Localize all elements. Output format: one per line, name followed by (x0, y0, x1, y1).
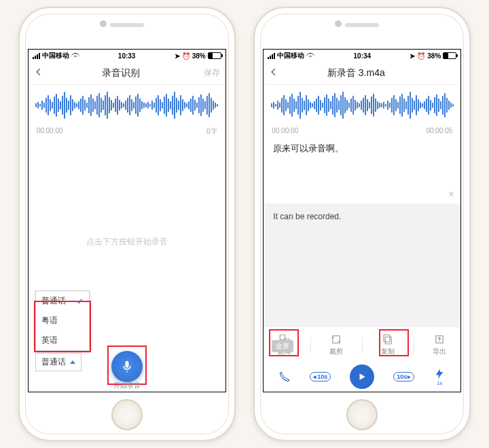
skip-back-button[interactable]: ◂10s (310, 372, 331, 381)
language-option[interactable]: 粤语 (36, 311, 89, 331)
screen-right: 中国移动 10:34 ➤ ⏰ 38% 新录音 3.m4a 00:00:00 00… (263, 49, 461, 392)
export-icon (433, 333, 446, 346)
battery-percent: 38% (427, 52, 441, 60)
nav-bar: 录音识别 保存 (29, 62, 225, 85)
carrier-label: 中国移动 (42, 51, 69, 60)
body-area-left: 点击下方按钮开始录音 普通话✓粤语英语 普通话 开始录音 (29, 138, 225, 392)
battery-icon (443, 52, 456, 59)
location-icon: ➤ (175, 52, 180, 60)
cell-signal-icon (268, 53, 275, 59)
alarm-icon: ⏰ (182, 52, 190, 60)
svg-rect-2 (333, 335, 340, 343)
language-menu[interactable]: 普通话✓粤语英语 (35, 291, 90, 351)
clock: 10:34 (354, 52, 372, 60)
lightning-icon (433, 368, 446, 380)
translation-text: It can be recorded. (273, 212, 341, 221)
alarm-icon: ⏰ (417, 52, 425, 60)
check-icon: ✓ (77, 297, 84, 306)
mic-label: 开始录音 (113, 381, 141, 390)
close-icon[interactable]: × (448, 189, 454, 200)
fullscreen-button[interactable]: 全屏 (272, 340, 293, 352)
waveform (29, 85, 225, 126)
carrier-label: 中国移动 (277, 51, 304, 60)
home-button[interactable] (346, 399, 378, 430)
phone-left: 中国移动 10:33 ➤ ⏰ 38% 录音识别 保存 00:00:00 0字 点 (18, 7, 236, 441)
back-button[interactable] (269, 67, 278, 79)
save-button[interactable]: 保存 (198, 67, 220, 79)
chevron-left-icon (269, 67, 278, 77)
wifi-icon (71, 53, 79, 59)
wifi-icon (306, 53, 314, 59)
phone-icon (278, 371, 291, 383)
svg-rect-5 (386, 337, 392, 344)
call-button[interactable] (278, 371, 291, 383)
time-left: 00:00:00 (37, 127, 63, 136)
mic-button[interactable] (111, 351, 143, 382)
time-row: 00:00:00 00:00:05 (264, 126, 460, 136)
skip-forward-button[interactable]: 10s▸ (393, 372, 414, 381)
clock: 10:33 (118, 52, 136, 60)
time-row: 00:00:00 0字 (29, 126, 225, 138)
speed-button[interactable]: 1x (433, 368, 446, 386)
language-dropdown[interactable]: 普通话 (35, 353, 82, 371)
play-icon (357, 372, 367, 381)
page-title: 录音识别 (102, 67, 140, 79)
separator (310, 337, 311, 352)
battery-icon (208, 52, 221, 59)
time-end: 00:00:05 (426, 127, 452, 134)
crop-icon (330, 333, 342, 346)
separator (362, 337, 363, 352)
copy-label: 复制 (381, 347, 395, 356)
time-start: 00:00:00 (272, 127, 298, 134)
translation-box: × It can be recorded. (264, 204, 460, 258)
battery-percent: 38% (192, 52, 206, 60)
copy-button[interactable]: 复制 (377, 332, 399, 358)
spacer (264, 258, 460, 326)
crop-label: 裁剪 (329, 347, 343, 356)
phone-right: 中国移动 10:34 ➤ ⏰ 38% 新录音 3.m4a 00:00:00 00… (253, 7, 471, 441)
export-label: 导出 (433, 347, 446, 356)
nav-bar: 新录音 3.m4a (264, 62, 460, 85)
separator (414, 337, 414, 352)
body-area-right: 原来可以录音啊。 × It can be recorded. 全屏 翻译 裁剪 (264, 136, 460, 392)
playback-row: ◂10s 10s▸ 1x (264, 362, 460, 392)
home-button[interactable] (111, 399, 143, 430)
crop-button[interactable]: 裁剪 (325, 332, 347, 358)
footer: 普通话 开始录音 (29, 346, 225, 392)
back-button[interactable] (34, 67, 43, 79)
chevron-left-icon (34, 67, 43, 77)
page-title: 新录音 3.m4a (327, 67, 385, 79)
transcript-text: 原来可以录音啊。 (264, 136, 460, 201)
export-button[interactable]: 导出 (429, 332, 450, 358)
copy-icon (382, 333, 394, 346)
svg-rect-6 (384, 335, 390, 342)
cell-signal-icon (33, 53, 40, 59)
word-count: 0字 (206, 127, 217, 136)
waveform[interactable] (264, 85, 460, 126)
language-option[interactable]: 普通话✓ (36, 291, 89, 311)
status-bar: 中国移动 10:33 ➤ ⏰ 38% (29, 50, 225, 62)
screen-left: 中国移动 10:33 ➤ ⏰ 38% 录音识别 保存 00:00:00 0字 点 (28, 49, 226, 392)
play-button[interactable] (350, 365, 374, 389)
location-icon: ➤ (410, 52, 415, 60)
chevron-up-icon (70, 360, 75, 364)
language-dropdown-label: 普通话 (41, 356, 66, 368)
mic-icon (120, 360, 134, 373)
status-bar: 中国移动 10:34 ➤ ⏰ 38% (264, 50, 460, 62)
